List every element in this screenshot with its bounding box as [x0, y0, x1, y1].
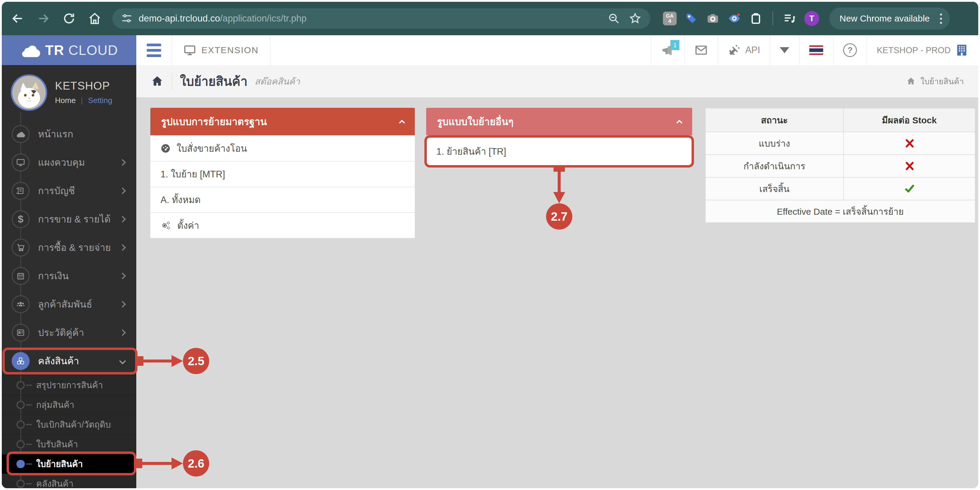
table-row-draft-label: แบบร่าง: [706, 132, 843, 154]
sidebar-item-sales[interactable]: $ การขาย & รายได้: [2, 205, 136, 233]
extension-camera-icon[interactable]: [706, 12, 720, 25]
sidebar-toggle-button[interactable]: [136, 35, 172, 65]
messages-button[interactable]: [684, 35, 718, 65]
trcloud-logo[interactable]: TRCLOUD: [2, 35, 136, 65]
sidebar-item-purchases[interactable]: การซื้อ & รายจ่าย: [2, 233, 136, 262]
table-row-draft-mark: [843, 132, 975, 154]
chrome-update-label: New Chrome available: [840, 13, 930, 24]
envelope-icon: [694, 43, 708, 57]
submenu-item-product-groups[interactable]: กลุ่มสินค้า: [2, 395, 136, 414]
home-icon[interactable]: [906, 76, 916, 86]
x-mark-icon: [905, 161, 914, 171]
link-divider: |: [81, 96, 83, 105]
browser-menu-icon[interactable]: [937, 13, 945, 24]
profile-name: KETSHOP: [55, 80, 112, 92]
panel-item-tr-transfer[interactable]: 1. ย้ายสินค้า [TR]: [425, 135, 694, 168]
breadcrumb-current: ใบย้ายสินค้า: [921, 75, 964, 88]
panel-item-mtr[interactable]: 1. ใบย้าย [MTR]: [150, 161, 415, 187]
effective-date-note: Effective Date = เสร็จสิ้นการย้าย: [706, 200, 975, 222]
chrome-update-button[interactable]: New Chrome available: [829, 8, 950, 30]
sidebar-item-home[interactable]: หน้าแรก: [2, 120, 136, 148]
status-column-header: สถานะ: [706, 108, 843, 132]
other-panel-header[interactable]: รูบแบบใบย้ายอื่นๆ: [426, 108, 692, 135]
status-table: สถานะ มีผลต่อ Stock แบบร่าง กำลังดำเนินก…: [705, 108, 975, 223]
x-mark-icon: [905, 138, 914, 148]
home-icon[interactable]: [151, 75, 164, 88]
bullet-dash: [26, 404, 32, 406]
page-title-bar: ใบย้ายสินค้า สต๊อคสินค้า ใบย้ายสินค้า: [136, 65, 978, 97]
profile-home-link[interactable]: Home: [55, 96, 76, 105]
reload-icon[interactable]: [62, 12, 76, 25]
cat-avatar-image: [12, 76, 46, 109]
table-row-finished-label: เสร็จสิ้น: [706, 177, 843, 200]
sidebar-item-partners[interactable]: ประวัติคู่ค้า: [2, 318, 136, 347]
chevron-right-icon: [119, 216, 126, 222]
url-host: demo-api.trcloud.co: [139, 13, 220, 24]
forward-icon[interactable]: [37, 12, 50, 25]
tenant-switcher[interactable]: KETSHOP - PROD: [866, 35, 978, 65]
sidebar-item-inventory[interactable]: คลังสินค้า: [2, 347, 136, 375]
chevron-right-icon: [119, 301, 126, 308]
collapse-icon[interactable]: [399, 120, 405, 126]
sidebar-item-crm[interactable]: ลูกค้าสัมพันธ์: [2, 290, 136, 318]
users-icon: [12, 295, 30, 313]
panel-item-settings[interactable]: ตั้งค่า: [150, 212, 415, 238]
chevron-right-icon: [119, 187, 126, 194]
extension-eye-icon[interactable]: [727, 12, 741, 25]
id-card-icon: [12, 323, 30, 342]
bookmark-star-icon[interactable]: [629, 12, 641, 25]
address-bar[interactable]: demo-api.trcloud.co/application/ics/tr.p…: [112, 8, 650, 29]
extensions-puzzle-icon[interactable]: [749, 12, 763, 25]
language-button[interactable]: [799, 35, 833, 65]
cloud-logo-icon: [20, 43, 41, 57]
other-panel-title: รูบแบบใบย้ายอื่นๆ: [437, 114, 514, 130]
company-building-icon: [955, 43, 969, 57]
standard-panel-header[interactable]: รูปแบบการย้ายมาตรฐาน: [150, 108, 415, 135]
user-avatar[interactable]: [11, 75, 47, 111]
page-title: ใบย้ายสินค้า: [180, 71, 247, 91]
cart-icon: [12, 239, 30, 257]
submenu-item-product-summary[interactable]: สรุปรายการสินค้า: [2, 375, 136, 395]
workspace-dropdown[interactable]: [770, 35, 799, 65]
submenu-item-warehouse[interactable]: คลังสินค้า: [2, 474, 136, 488]
profile-setting-link[interactable]: Setting: [88, 96, 112, 105]
collapse-icon[interactable]: [676, 120, 682, 126]
sidebar-item-finance[interactable]: การเงิน: [2, 262, 136, 290]
submenu-item-requisition[interactable]: ใบเบิกสินค้า/วัตถุดิบ: [2, 414, 136, 434]
bullet-icon: [16, 480, 25, 488]
bullet-icon: [16, 401, 25, 409]
logo-text-tr: TR: [45, 42, 64, 58]
reading-list-icon[interactable]: [783, 12, 797, 25]
submenu-item-transfer-note[interactable]: ใบย้ายสินค้า: [2, 454, 136, 474]
dollar-icon: $: [12, 210, 30, 228]
zoom-icon[interactable]: [608, 13, 620, 24]
chevron-down-icon: [780, 47, 789, 53]
check-mark-icon: [904, 184, 915, 194]
breadcrumb: ใบย้ายสินค้า: [906, 75, 964, 88]
sidebar-item-dashboard[interactable]: แผงควบคุม: [2, 148, 136, 176]
extension-tag-icon[interactable]: [684, 12, 698, 25]
content-area: รูปแบบการย้ายมาตรฐาน ใบสั่งขายค้างโอน 1.…: [136, 97, 978, 488]
ga-label-top: GA: [666, 13, 674, 19]
sidebar-item-accounting[interactable]: การบัญชี: [2, 176, 136, 205]
panel-item-pending-transfer[interactable]: ใบสั่งขายค้างโอน: [150, 135, 415, 161]
extension-ga4-icon[interactable]: GA 4: [663, 12, 677, 25]
table-row-inprogress-mark: [843, 154, 975, 177]
profile-card: KETSHOP Home | Setting: [2, 65, 136, 120]
back-icon[interactable]: [11, 12, 24, 25]
submenu-item-goods-receipt[interactable]: ใบรับสินค้า: [2, 434, 136, 454]
api-button[interactable]: API: [718, 35, 770, 65]
sidebar: KETSHOP Home | Setting หน้าแรก แผงควบคุม: [2, 65, 136, 488]
announcements-button[interactable]: 1: [651, 35, 684, 65]
calendar-icon: [12, 267, 30, 285]
panel-item-all[interactable]: A. ทั้งหมด: [150, 187, 415, 212]
browser-profile-avatar[interactable]: T: [804, 11, 819, 26]
bullet-dash: [26, 463, 32, 465]
monitor-icon: [183, 44, 196, 56]
help-button[interactable]: ?: [833, 35, 866, 65]
home-icon[interactable]: [88, 12, 102, 25]
browser-toolbar: demo-api.trcloud.co/application/ics/tr.p…: [2, 2, 978, 35]
site-settings-icon[interactable]: [121, 13, 132, 24]
extension-tab[interactable]: EXTENSION: [172, 35, 270, 65]
url-text[interactable]: demo-api.trcloud.co/application/ics/tr.p…: [139, 13, 307, 24]
